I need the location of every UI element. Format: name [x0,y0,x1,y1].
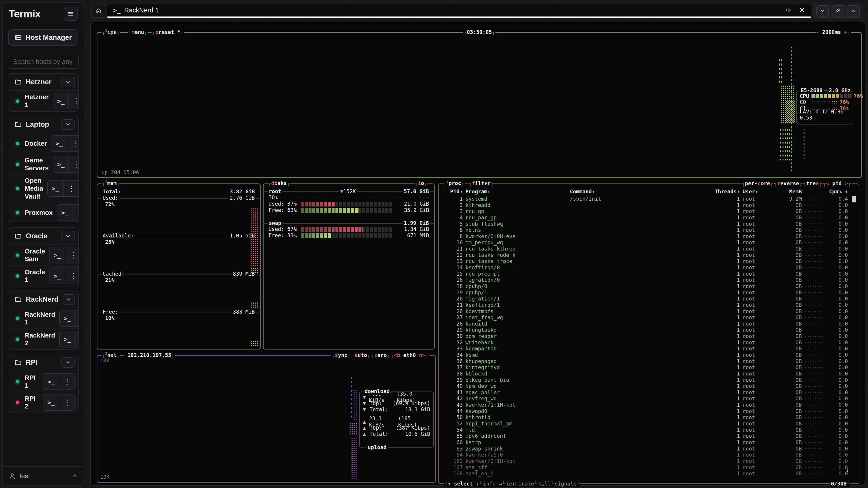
proc-row-16[interactable]: 16migration/01root0B0.0 [439,277,859,283]
chevron-up-icon[interactable] [71,473,78,479]
host-row-docker[interactable]: Docker>_⋮ [8,133,78,154]
tools-button[interactable] [832,5,844,17]
proc-row-54[interactable]: 54mld1root0B0.0 [439,427,859,433]
proc-row-12[interactable]: 12rcu_tasks_rude_k1root0B0.0 [439,252,859,258]
proc-row-20[interactable]: 20migration/11root0B0.0 [439,296,859,302]
proc-row-50[interactable]: 50kthrotld1root0B0.0 [439,414,859,421]
sidebar-menu-button[interactable] [64,7,78,21]
group-collapse-button[interactable] [61,119,74,130]
proc-row-39[interactable]: 39blkcg_punt_bio1root0B0.0 [439,377,859,383]
proc-row-29[interactable]: 29khungtaskd1root0B0.0 [439,327,859,333]
proc-row-43[interactable]: 43kworker/1:1H-kbl1root0B0.0 [439,402,859,408]
host-menu-button[interactable]: ⋮ [73,205,79,221]
proc-row-42[interactable]: 42devfreq_wq1root0B0.0 [439,396,859,402]
group-header-laptop[interactable]: Laptop [8,116,78,133]
proc-sort-control[interactable]: ┐< pid >┌ [822,181,851,187]
proc-row-26[interactable]: 26kdevtmpfs1root0B0.0 [439,308,859,315]
host-menu-button[interactable]: ⋮ [65,247,79,263]
proc-row-13[interactable]: 13rcu_tasks_trace_1root0B0.0 [439,258,859,265]
proc-row-8[interactable]: 8kworker/0:0H-eve1root0B0.0 [439,233,859,240]
proc-row-63[interactable]: 63zswap-shrink1root0B0.0 [439,446,859,452]
group-header-oracle[interactable]: Oracle [8,228,78,245]
host-menu-button[interactable]: ⋮ [69,156,79,172]
proc-percore-control[interactable]: ┐per-core┌ [741,181,774,187]
proc-row-64[interactable]: 64kworker/u5:01root0B0.0 [439,452,859,458]
host-row-open-media-vault[interactable]: Open Media Vault>_⋮ [8,175,78,202]
tab-racknerd-1[interactable]: >_ RackNerd 1 ✕ [107,4,811,18]
host-row-racknerd-1[interactable]: RackNerd 1>_⋮ [8,308,78,329]
preset-control[interactable]: ┐preset *┌ [152,29,184,35]
footer-select[interactable]: select [454,481,473,487]
io-mode-control[interactable]: ┐io┌ [414,180,428,187]
host-terminal-button[interactable]: >_ [57,205,73,221]
host-manager-button[interactable]: Host Manager [8,29,78,46]
proc-row-167[interactable]: 167ata_sff1root0B0.0 [439,464,859,471]
host-terminal-button[interactable]: >_ [51,135,67,151]
host-terminal-button[interactable]: >_ [43,374,59,390]
host-row-oracle-sam[interactable]: Oracle Sam>_⋮ [8,245,78,266]
proc-row-14[interactable]: 14ksoftirqd/01root0B0.0 [439,265,859,271]
net-zero-control[interactable]: ┐zero┌ [371,352,391,359]
host-menu-button[interactable]: ⋮ [59,374,75,390]
proc-row-33[interactable]: 33kcompactd01root0B0.0 [439,346,859,352]
proc-row-6[interactable]: 6netns1root0B0.0 [439,227,859,233]
host-menu-button[interactable]: ⋮ [67,135,79,151]
host-menu-button[interactable]: ⋮ [64,181,79,196]
group-header-racknerd[interactable]: RackNerd [8,291,78,308]
proc-row-30[interactable]: 30oom_reaper1root0B0.0 [439,333,859,339]
host-terminal-button[interactable]: >_ [50,247,65,263]
host-terminal-button[interactable]: >_ [53,93,69,109]
search-input[interactable] [8,55,79,69]
host-menu-button[interactable]: ⋮ [59,394,75,410]
net-sync-control[interactable]: ┐sync┌ [331,352,351,359]
expand-button[interactable] [847,5,860,17]
host-terminal-button[interactable]: >_ [60,311,75,326]
proc-row-55[interactable]: 55ipv6_addrconf1root0B0.0 [439,433,859,440]
host-row-proxmox[interactable]: Proxmox>_⋮ [8,202,78,223]
footer-info[interactable]: info ↵└ [483,481,505,487]
update-interval-control[interactable]: - 2000ms +┌ [815,29,851,35]
group-collapse-button[interactable] [61,77,74,87]
close-tab-icon[interactable]: ✕ [799,6,805,14]
proc-row-60[interactable]: 60kstrp1root0B0.0 [439,440,859,446]
host-row-oracle-1[interactable]: Oracle 1>_⋮ [8,266,78,286]
host-menu-button[interactable]: ⋮ [69,93,79,109]
menu-control[interactable]: ┐menu┌ [128,29,148,35]
split-view-icon[interactable] [785,7,792,13]
proc-row-10[interactable]: 10mm_percpu_wq1root0B0.0 [439,239,859,246]
collapse-button[interactable] [816,5,829,17]
host-row-game-servers[interactable]: Game Servers>_⋮ [8,154,78,175]
net-interface-control[interactable]: ┐<b eth0 n>┌ [391,352,429,359]
proc-row-21[interactable]: 21ksoftirqd/11root0B0.0 [439,302,859,308]
proc-row-36[interactable]: 36khugepaged1root0B0.0 [439,358,859,365]
host-menu-button[interactable]: ⋮ [65,268,79,284]
proc-row-15[interactable]: 15rcu_preempt1root0B0.0 [439,271,859,277]
proc-tree-control[interactable]: ┐tree┌ [803,181,822,187]
footer-kill[interactable]: kill└ [538,481,554,487]
host-terminal-button[interactable]: >_ [53,156,69,172]
proc-row-40[interactable]: 40tpm_dev_wq1root0B0.0 [439,383,859,390]
proc-row-18[interactable]: 18cpuhp/01root0B0.0 [439,283,859,290]
proc-row-37[interactable]: 37kintegrityd1root0B0.0 [439,364,859,371]
proc-row-1[interactable]: 1systemd/sbin/init1root9.2M0.4 [439,196,859,202]
host-row-rpi-1[interactable]: RPI 1>_⋮ [8,371,78,392]
host-menu-button[interactable]: ⋮ [75,331,79,347]
proc-row-2[interactable]: 2kthreadd1root0B0.0 [439,202,859,208]
footer-terminate[interactable]: terminate└ [505,481,537,487]
host-menu-button[interactable]: ⋮ [75,311,79,326]
host-terminal-button[interactable]: >_ [60,331,75,347]
proc-row-27[interactable]: 27inet_frag_wq1root0B0.0 [439,315,859,321]
group-header-rpi[interactable]: RPI [8,354,78,371]
group-collapse-button[interactable] [63,294,74,304]
host-terminal-button[interactable]: >_ [48,181,64,196]
footer-signals[interactable]: signals└ [554,481,580,487]
home-button[interactable] [92,4,105,18]
group-collapse-button[interactable] [61,357,74,368]
user-bar[interactable]: test [3,466,84,485]
proc-row-44[interactable]: 44kswapd01root0B0.0 [439,408,859,415]
host-row-rpi-2[interactable]: RPI 2>_⋮ [8,392,78,413]
proc-row-11[interactable]: 11rcu_tasks_kthrea1root0B0.0 [439,246,859,252]
proc-row-3[interactable]: 3rcu_gp1root0B0.0 [439,208,859,215]
proc-scrollbar-thumb[interactable] [852,196,856,202]
host-terminal-button[interactable]: >_ [50,268,65,284]
